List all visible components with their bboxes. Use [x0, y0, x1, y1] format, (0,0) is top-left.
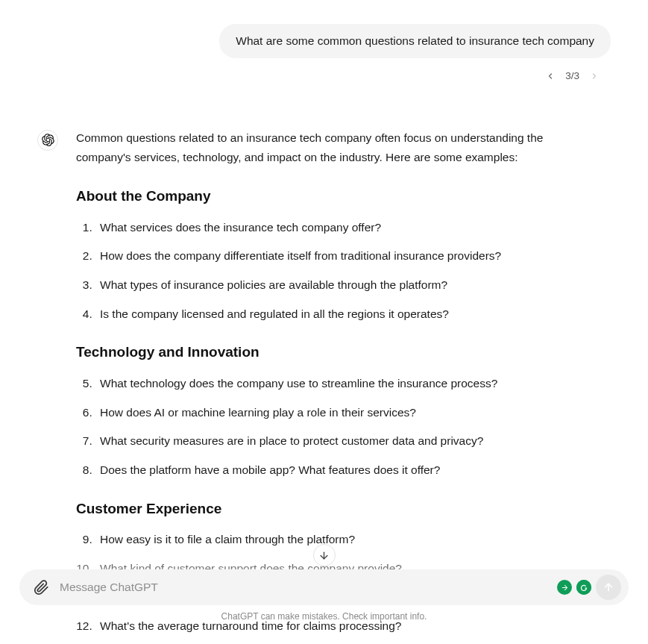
chevron-left-icon [546, 72, 555, 81]
prev-message-button[interactable] [543, 69, 558, 84]
assistant-message-row: Common questions related to an insurance… [19, 128, 629, 644]
section-heading: Customer Experience [76, 497, 599, 522]
message-input-bar [19, 569, 629, 605]
assistant-intro-text: Common questions related to an insurance… [76, 128, 599, 168]
message-pagination: 3/3 [19, 69, 602, 84]
ordered-list: What services does the insurance tech co… [76, 218, 599, 325]
chevron-right-icon [590, 72, 599, 81]
section-heading: About the Company [76, 184, 599, 209]
list-item: What types of insurance policies are ava… [95, 275, 599, 296]
list-item: What security measures are in place to p… [95, 431, 599, 451]
user-message-bubble: What are some common questions related t… [219, 24, 611, 58]
message-input[interactable] [60, 581, 550, 594]
assistant-message-body: Common questions related to an insurance… [76, 128, 599, 644]
section-heading: Technology and Innovation [76, 340, 599, 365]
pagination-indicator: 3/3 [565, 70, 579, 81]
footer-disclaimer: ChatGPT can make mistakes. Check importa… [19, 611, 629, 622]
list-item: How does AI or machine learning play a r… [95, 403, 599, 423]
list-item: How easy is it to file a claim through t… [95, 530, 599, 550]
arrow-down-icon [318, 550, 330, 561]
arrow-circle-icon [561, 584, 569, 592]
next-message-button [587, 69, 602, 84]
assistant-avatar [37, 130, 58, 151]
openai-logo-icon [42, 134, 54, 146]
paperclip-icon [34, 580, 49, 595]
list-item: How does the company differentiate itsel… [95, 246, 599, 266]
grammarly-icon[interactable] [576, 580, 591, 595]
user-message-text: What are some common questions related t… [236, 34, 594, 47]
list-item: What technology does the company use to … [95, 374, 599, 394]
arrow-up-icon [603, 581, 614, 593]
ordered-list: What technology does the company use to … [76, 374, 599, 481]
scroll-to-bottom-button[interactable] [313, 544, 336, 566]
list-item: Does the platform have a mobile app? Wha… [95, 460, 599, 481]
attach-file-button[interactable] [30, 576, 52, 598]
send-button [596, 575, 621, 600]
list-item: Is the company licensed and regulated in… [95, 304, 599, 325]
extension-icon-1[interactable] [557, 580, 572, 595]
list-item: What services does the insurance tech co… [95, 218, 599, 238]
user-message-row: What are some common questions related t… [19, 24, 611, 58]
svg-point-1 [576, 580, 591, 595]
grammarly-g-icon [576, 580, 591, 595]
